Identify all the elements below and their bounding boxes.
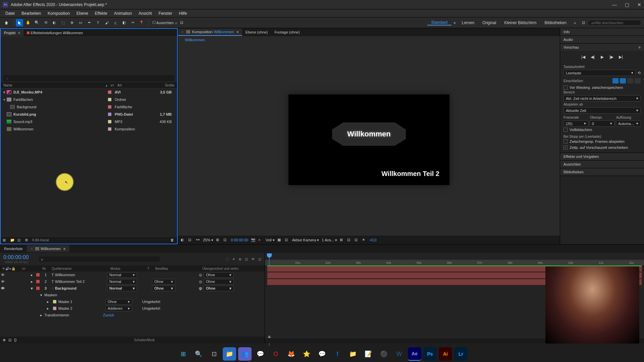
workspace-original[interactable]: Original xyxy=(478,20,500,25)
show-channel-icon[interactable]: ● xyxy=(258,238,263,242)
pickwhip-icon[interactable]: ◎ xyxy=(199,273,202,277)
mask-toggle-icon[interactable]: 👓 xyxy=(196,238,200,242)
taskbar-notepad[interactable]: 📝 xyxy=(362,347,375,361)
menu-animation[interactable]: Animation xyxy=(111,11,135,16)
tl-tool-1[interactable]: ⬚ xyxy=(225,257,229,261)
tl-footer-icon[interactable]: ⊕ xyxy=(3,338,6,342)
reset-link[interactable]: Zurück xyxy=(103,313,114,317)
timeline-layer[interactable]: 👁 ▸ 1 T Willkommen Normal▾ ◎Ohne▾ xyxy=(0,272,265,278)
framerate-select[interactable]: (25)▾ xyxy=(564,120,588,127)
puppet-tool[interactable]: 📍 xyxy=(138,19,145,26)
tl-footer-icon[interactable]: {} xyxy=(14,338,16,342)
taskbar-opera[interactable]: O xyxy=(269,347,282,361)
twirl-icon[interactable]: ▾ xyxy=(40,293,44,297)
cached-frames-checkbox[interactable] xyxy=(564,139,568,143)
include-overlay-icon[interactable] xyxy=(627,78,633,83)
tl-tool-4[interactable]: ⊡ xyxy=(245,257,248,261)
timeline-icon[interactable]: ⊡ xyxy=(355,238,359,242)
fast-preview-icon[interactable]: ⊡ xyxy=(347,238,352,242)
tab-renderliste[interactable]: Renderliste xyxy=(0,245,27,252)
reset-icon[interactable]: ⟲ xyxy=(638,71,641,75)
mode-select[interactable]: Normal▾ xyxy=(107,272,137,278)
tab-menu-icon[interactable]: ≡ xyxy=(63,247,65,251)
resolution-icon[interactable]: ⊞ xyxy=(216,238,221,242)
menu-datei[interactable]: Datei xyxy=(2,11,18,16)
rotation-tool[interactable]: ◐ xyxy=(51,19,58,26)
timeline-layer[interactable]: 👁 ▾ 3 ■ Background Normal▾ Ohne▾ ◎Ohne▾ xyxy=(0,285,265,292)
timeline-ruler[interactable]: 01s 02s 03s 04s 05s 06s 07s 08s 09s 10s … xyxy=(265,253,644,265)
menu-hilfe[interactable]: Hilfe xyxy=(175,11,190,16)
new-comp-icon[interactable]: ⊡ xyxy=(17,238,22,243)
tl-footer-icon[interactable]: ⊡ xyxy=(8,338,11,342)
workspace-standard[interactable]: Standard xyxy=(427,20,452,25)
timeline-search[interactable]: ⌕ xyxy=(39,256,160,262)
menu-fenster[interactable]: Fenster xyxy=(155,11,176,16)
current-time[interactable]: 0:00:00:00 xyxy=(231,238,248,242)
close-icon[interactable]: × xyxy=(181,30,183,34)
switches-modes-toggle[interactable]: Schalter/Modi xyxy=(134,338,155,342)
panel-ausrichten[interactable]: Ausrichten xyxy=(560,161,644,168)
tab-timeline-comp[interactable]: × Willkommen ≡ xyxy=(27,245,70,252)
mask-invert-label[interactable]: Umgekehrt xyxy=(142,300,160,304)
cache-checkbox[interactable] xyxy=(564,85,568,89)
tl-tool-2[interactable]: ✦ xyxy=(232,257,235,261)
workspace-kleiner[interactable]: Kleiner Bildschirm xyxy=(500,20,540,25)
zoom-dropdown[interactable]: 25%▾ xyxy=(203,238,213,242)
twirl-icon[interactable]: ▸ xyxy=(47,300,51,304)
taskbar-taskview[interactable]: ⊡ xyxy=(207,347,221,361)
transparency-grid-icon[interactable]: ▦ xyxy=(277,238,282,242)
new-folder-icon[interactable]: 📁 xyxy=(10,238,15,243)
twirl-icon[interactable]: ▸ xyxy=(47,306,51,311)
3d-view-icon[interactable]: ⊡ xyxy=(285,238,289,242)
expand-toggle[interactable]: ▾ xyxy=(3,98,7,102)
views-dropdown[interactable]: 1 Ans...▾ xyxy=(322,238,337,242)
include-audio-icon[interactable] xyxy=(620,78,626,83)
snap-toggle[interactable]: ☐ Ausrichten ⌕ ⊡ xyxy=(152,20,183,25)
minimize-button[interactable]: — xyxy=(612,2,617,7)
mask-mode-select[interactable]: Addieren▾ xyxy=(105,306,132,311)
color-tag[interactable] xyxy=(108,120,111,123)
pixel-aspect-icon[interactable]: ⊞ xyxy=(340,238,344,242)
first-frame-button[interactable]: |◀ xyxy=(580,54,587,60)
tl-tool-5[interactable]: 👁 xyxy=(251,257,255,261)
taskbar-files[interactable]: 📁 xyxy=(346,347,360,361)
layer-color[interactable] xyxy=(36,273,40,277)
project-item[interactable]: Sound.mp3 MP3 438 KB xyxy=(1,118,177,125)
tab-menu-icon[interactable]: ≡ xyxy=(236,30,238,34)
twirl-icon[interactable]: ▸ xyxy=(40,313,44,317)
playfrom-select[interactable]: Aktuelle Zeit▾ xyxy=(564,107,641,114)
rect-tool[interactable]: ▭ xyxy=(77,19,84,26)
range-select[interactable]: Akt. Zeit nicht in Arbeitsbereich▾ xyxy=(564,95,641,102)
timeline-mask-item[interactable]: ▸ Maske 2 Addieren▾ Umgekehrt xyxy=(0,305,265,312)
layer-color[interactable] xyxy=(36,287,40,290)
tab-effekteinstellungen[interactable]: Effekteinstellungen Willkommen xyxy=(23,29,87,36)
menu-bearbeiten[interactable]: Bearbeiten xyxy=(18,11,44,16)
taskbar-firefox[interactable]: 🦊 xyxy=(284,347,298,361)
panel-menu-icon[interactable]: ≡ xyxy=(639,45,641,49)
taskbar-whatsapp[interactable]: 💬 xyxy=(254,347,267,361)
taskbar-windows[interactable]: ⊞ xyxy=(176,347,190,361)
visibility-toggle[interactable]: 👁 xyxy=(1,280,5,284)
eraser-tool[interactable]: ◧ xyxy=(120,19,128,26)
orbit-tool[interactable]: ⟲ xyxy=(42,19,49,26)
panel-info[interactable]: Info xyxy=(560,28,644,36)
prev-frame-button[interactable]: ◀| xyxy=(589,54,596,60)
taskbar-teams[interactable]: 👥 xyxy=(238,347,252,361)
project-item[interactable]: ▾Farbflächen Ordner xyxy=(1,96,177,103)
taskbar-messenger[interactable]: 💬 xyxy=(315,347,329,361)
comp-flowchart-icon[interactable]: ☀ xyxy=(362,238,367,242)
parent-select[interactable]: Ohne▾ xyxy=(204,286,234,291)
project-item[interactable]: Kursbild.png PNG-Datei 1,7 MB xyxy=(1,111,177,118)
timeline-property-group[interactable]: ▸ Transformieren Zurück xyxy=(0,312,265,318)
roi-icon[interactable]: ⊡ xyxy=(223,238,228,242)
taskbar-app1[interactable]: ⭐ xyxy=(300,347,313,361)
shortcut-select[interactable]: Leertaste▾ xyxy=(564,70,636,76)
next-frame-button[interactable]: |▶ xyxy=(608,54,615,60)
maximize-button[interactable]: ▢ xyxy=(625,2,629,7)
panel-audio[interactable]: Audio xyxy=(560,36,644,43)
panel-vorschau[interactable]: Vorschau≡ xyxy=(560,44,644,51)
taskbar-aftereffects[interactable]: Ae xyxy=(408,347,421,361)
zoom-slider-icon[interactable] xyxy=(268,335,271,338)
interpret-icon[interactable]: ⊞ xyxy=(3,238,7,243)
expand-toggle[interactable]: ▾ xyxy=(3,90,7,95)
